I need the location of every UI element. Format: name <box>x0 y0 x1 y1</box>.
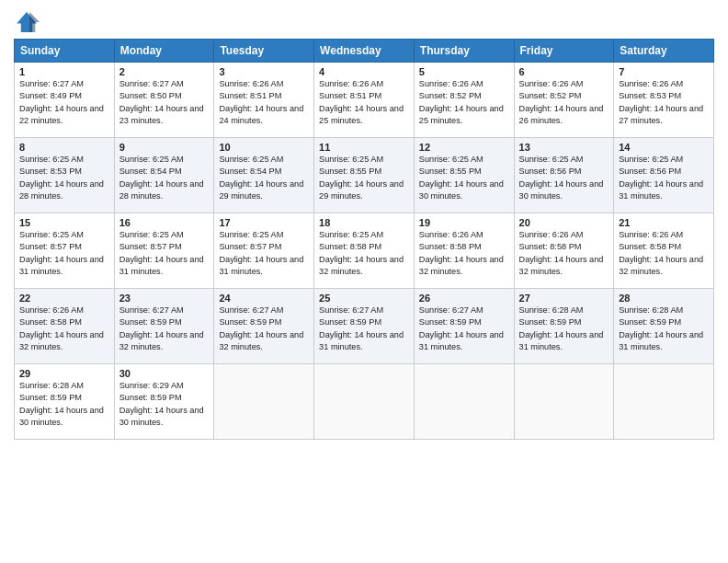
day-number: 25 <box>319 293 409 304</box>
day-info: Sunrise: 6:28 AMSunset: 8:59 PMDaylight:… <box>619 304 709 353</box>
day-number: 11 <box>319 142 409 153</box>
day-number: 19 <box>419 217 509 228</box>
calendar-cell: 9Sunrise: 6:25 AMSunset: 8:54 PMDaylight… <box>114 138 214 213</box>
calendar-cell: 4Sunrise: 6:26 AMSunset: 8:51 PMDaylight… <box>314 63 415 138</box>
header <box>14 9 714 35</box>
day-info: Sunrise: 6:25 AMSunset: 8:55 PMDaylight:… <box>319 154 409 202</box>
day-info: Sunrise: 6:26 AMSunset: 8:52 PMDaylight:… <box>519 78 609 127</box>
day-info: Sunrise: 6:29 AMSunset: 8:59 PMDaylight:… <box>119 380 210 429</box>
logo <box>14 9 43 35</box>
calendar-cell: 28Sunrise: 6:28 AMSunset: 8:59 PMDayligh… <box>614 289 714 364</box>
day-info: Sunrise: 6:25 AMSunset: 8:56 PMDaylight:… <box>519 154 609 202</box>
calendar-cell <box>314 364 415 440</box>
calendar-cell: 7Sunrise: 6:26 AMSunset: 8:53 PMDaylight… <box>614 63 714 138</box>
day-info: Sunrise: 6:27 AMSunset: 8:59 PMDaylight:… <box>119 304 210 353</box>
calendar-week-row: 8Sunrise: 6:25 AMSunset: 8:53 PMDaylight… <box>15 138 714 213</box>
calendar-cell: 8Sunrise: 6:25 AMSunset: 8:53 PMDaylight… <box>15 138 115 213</box>
day-number: 13 <box>519 142 609 153</box>
day-info: Sunrise: 6:25 AMSunset: 8:54 PMDaylight:… <box>119 154 210 202</box>
day-info: Sunrise: 6:27 AMSunset: 8:49 PMDaylight:… <box>19 78 109 127</box>
day-number: 4 <box>319 66 409 77</box>
calendar-cell <box>414 364 514 440</box>
day-number: 7 <box>619 66 709 77</box>
calendar-cell: 22Sunrise: 6:26 AMSunset: 8:58 PMDayligh… <box>15 289 115 364</box>
day-number: 30 <box>119 368 210 379</box>
day-number: 29 <box>19 368 109 379</box>
calendar-cell: 27Sunrise: 6:28 AMSunset: 8:59 PMDayligh… <box>514 289 614 364</box>
calendar-cell: 10Sunrise: 6:25 AMSunset: 8:54 PMDayligh… <box>214 138 314 213</box>
day-info: Sunrise: 6:26 AMSunset: 8:58 PMDaylight:… <box>619 229 709 278</box>
day-number: 1 <box>19 66 109 77</box>
calendar-week-row: 22Sunrise: 6:26 AMSunset: 8:58 PMDayligh… <box>15 289 714 364</box>
day-number: 26 <box>419 293 509 304</box>
day-number: 14 <box>619 142 709 153</box>
day-info: Sunrise: 6:25 AMSunset: 8:57 PMDaylight:… <box>119 229 210 278</box>
day-info: Sunrise: 6:25 AMSunset: 8:54 PMDaylight:… <box>219 154 309 202</box>
day-info: Sunrise: 6:25 AMSunset: 8:57 PMDaylight:… <box>219 229 309 278</box>
calendar-cell: 6Sunrise: 6:26 AMSunset: 8:52 PMDaylight… <box>514 63 614 138</box>
day-number: 6 <box>519 66 609 77</box>
day-number: 20 <box>519 217 609 228</box>
day-number: 12 <box>419 142 509 153</box>
day-number: 8 <box>19 142 109 153</box>
page: SundayMondayTuesdayWednesdayThursdayFrid… <box>0 0 728 563</box>
calendar-cell: 26Sunrise: 6:27 AMSunset: 8:59 PMDayligh… <box>414 289 514 364</box>
day-info: Sunrise: 6:25 AMSunset: 8:53 PMDaylight:… <box>19 154 109 202</box>
calendar-table: SundayMondayTuesdayWednesdayThursdayFrid… <box>14 39 714 440</box>
day-number: 18 <box>319 217 409 228</box>
calendar-week-row: 15Sunrise: 6:25 AMSunset: 8:57 PMDayligh… <box>15 213 714 289</box>
weekday-header: Wednesday <box>314 40 415 63</box>
calendar-cell: 14Sunrise: 6:25 AMSunset: 8:56 PMDayligh… <box>614 138 714 213</box>
weekday-header: Monday <box>114 40 214 63</box>
calendar-cell: 20Sunrise: 6:26 AMSunset: 8:58 PMDayligh… <box>514 213 614 289</box>
day-info: Sunrise: 6:27 AMSunset: 8:59 PMDaylight:… <box>319 304 409 353</box>
calendar-cell: 30Sunrise: 6:29 AMSunset: 8:59 PMDayligh… <box>114 364 214 440</box>
day-info: Sunrise: 6:28 AMSunset: 8:59 PMDaylight:… <box>19 380 109 429</box>
day-number: 9 <box>119 142 210 153</box>
day-info: Sunrise: 6:26 AMSunset: 8:53 PMDaylight:… <box>619 78 709 127</box>
day-info: Sunrise: 6:26 AMSunset: 8:51 PMDaylight:… <box>219 78 309 127</box>
day-number: 23 <box>119 293 210 304</box>
weekday-header: Thursday <box>414 40 514 63</box>
calendar-cell <box>614 364 714 440</box>
calendar-cell: 5Sunrise: 6:26 AMSunset: 8:52 PMDaylight… <box>414 63 514 138</box>
day-number: 27 <box>519 293 609 304</box>
day-info: Sunrise: 6:26 AMSunset: 8:52 PMDaylight:… <box>419 78 509 127</box>
day-info: Sunrise: 6:27 AMSunset: 8:50 PMDaylight:… <box>119 78 210 127</box>
calendar-cell: 29Sunrise: 6:28 AMSunset: 8:59 PMDayligh… <box>15 364 115 440</box>
day-number: 5 <box>419 66 509 77</box>
calendar-header-row: SundayMondayTuesdayWednesdayThursdayFrid… <box>15 40 714 63</box>
calendar-cell: 18Sunrise: 6:25 AMSunset: 8:58 PMDayligh… <box>314 213 415 289</box>
day-info: Sunrise: 6:27 AMSunset: 8:59 PMDaylight:… <box>219 304 309 353</box>
calendar-cell: 24Sunrise: 6:27 AMSunset: 8:59 PMDayligh… <box>214 289 314 364</box>
day-info: Sunrise: 6:27 AMSunset: 8:59 PMDaylight:… <box>419 304 509 353</box>
calendar-week-row: 1Sunrise: 6:27 AMSunset: 8:49 PMDaylight… <box>15 63 714 138</box>
calendar-cell: 11Sunrise: 6:25 AMSunset: 8:55 PMDayligh… <box>314 138 415 213</box>
day-number: 3 <box>219 66 309 77</box>
calendar-cell: 23Sunrise: 6:27 AMSunset: 8:59 PMDayligh… <box>114 289 214 364</box>
calendar-cell <box>514 364 614 440</box>
day-info: Sunrise: 6:28 AMSunset: 8:59 PMDaylight:… <box>519 304 609 353</box>
day-info: Sunrise: 6:26 AMSunset: 8:58 PMDaylight:… <box>19 304 109 353</box>
day-info: Sunrise: 6:26 AMSunset: 8:51 PMDaylight:… <box>319 78 409 127</box>
weekday-header: Tuesday <box>214 40 314 63</box>
calendar-cell: 15Sunrise: 6:25 AMSunset: 8:57 PMDayligh… <box>15 213 115 289</box>
calendar-cell: 16Sunrise: 6:25 AMSunset: 8:57 PMDayligh… <box>114 213 214 289</box>
day-number: 17 <box>219 217 309 228</box>
day-number: 24 <box>219 293 309 304</box>
day-info: Sunrise: 6:25 AMSunset: 8:56 PMDaylight:… <box>619 154 709 202</box>
calendar-cell: 17Sunrise: 6:25 AMSunset: 8:57 PMDayligh… <box>214 213 314 289</box>
day-number: 22 <box>19 293 109 304</box>
weekday-header: Friday <box>514 40 614 63</box>
day-number: 21 <box>619 217 709 228</box>
day-number: 2 <box>119 66 210 77</box>
calendar-cell: 2Sunrise: 6:27 AMSunset: 8:50 PMDaylight… <box>114 63 214 138</box>
day-info: Sunrise: 6:25 AMSunset: 8:55 PMDaylight:… <box>419 154 509 202</box>
day-number: 16 <box>119 217 210 228</box>
day-info: Sunrise: 6:26 AMSunset: 8:58 PMDaylight:… <box>519 229 609 278</box>
logo-icon <box>14 9 40 35</box>
calendar-cell <box>214 364 314 440</box>
calendar-cell: 3Sunrise: 6:26 AMSunset: 8:51 PMDaylight… <box>214 63 314 138</box>
calendar-cell: 25Sunrise: 6:27 AMSunset: 8:59 PMDayligh… <box>314 289 415 364</box>
weekday-header: Saturday <box>614 40 714 63</box>
